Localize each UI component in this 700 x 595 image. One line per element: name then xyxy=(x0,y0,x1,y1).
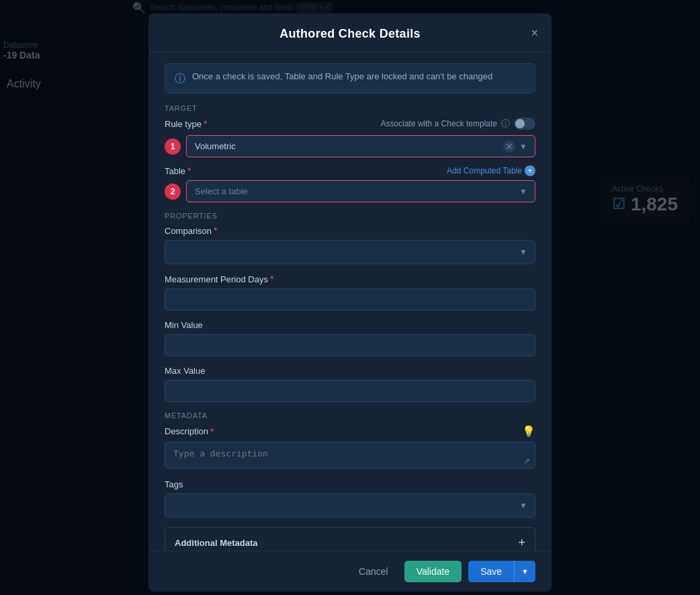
table-required: * xyxy=(187,165,191,176)
comparison-required: * xyxy=(214,225,217,236)
modal-backdrop: Authored Check Details × ⓘ Once a check … xyxy=(0,0,700,595)
toggle-knob xyxy=(515,119,525,128)
add-computed-table-action[interactable]: Add Computed Table + xyxy=(447,165,535,176)
min-value-row: Min Value xyxy=(165,320,535,356)
save-button[interactable]: Save xyxy=(468,561,514,582)
rule-type-select[interactable]: Volumetric xyxy=(186,135,535,157)
cancel-button[interactable]: Cancel xyxy=(349,561,398,582)
table-label: Table * xyxy=(165,165,191,176)
description-row-header: Description * 💡 xyxy=(165,425,535,438)
rule-type-required: * xyxy=(204,118,207,129)
comparison-label: Comparison * xyxy=(165,225,535,236)
comparison-select-wrapper: ▼ xyxy=(165,240,535,264)
additional-metadata-header: Additional Metadata + xyxy=(175,536,525,550)
close-button[interactable]: × xyxy=(528,24,541,42)
tags-select[interactable] xyxy=(165,493,535,518)
validate-button[interactable]: Validate xyxy=(404,561,462,582)
rule-type-label: Rule type * xyxy=(165,118,207,129)
measurement-period-input[interactable] xyxy=(165,288,535,311)
rule-type-select-wrapper: Volumetric ✕ ▼ xyxy=(186,135,535,157)
table-row-header: Table * Add Computed Table + xyxy=(165,165,535,176)
tags-row: Tags ▼ xyxy=(165,479,535,518)
save-dropdown-button[interactable]: ▼ xyxy=(514,561,535,582)
measurement-period-row: Measurement Period Days * xyxy=(165,274,535,311)
additional-metadata-add-button[interactable]: + xyxy=(518,536,525,550)
comparison-select[interactable] xyxy=(165,240,535,264)
max-value-input[interactable] xyxy=(165,380,535,402)
step-1-badge: 1 xyxy=(165,138,181,155)
modal-footer: Cancel Validate Save ▼ xyxy=(148,551,552,592)
additional-metadata-section: Additional Metadata + Enhance the check … xyxy=(165,527,535,551)
max-value-label: Max Value xyxy=(165,366,535,376)
description-label: Description * xyxy=(165,426,214,437)
table-select[interactable]: Select a table xyxy=(186,180,535,202)
target-section: Target Rule type * Associate with a Chec… xyxy=(165,104,535,202)
additional-metadata-title: Additional Metadata xyxy=(175,538,258,548)
authored-check-modal: Authored Check Details × ⓘ Once a check … xyxy=(148,13,552,592)
rule-type-row: Rule type * Associate with a Check templ… xyxy=(165,118,535,130)
table-placeholder: Select a table xyxy=(195,186,248,196)
description-textarea[interactable] xyxy=(165,442,535,469)
description-bulb-icon: 💡 xyxy=(522,425,535,438)
info-banner: ⓘ Once a check is saved, Table and Rule … xyxy=(165,63,535,93)
description-textarea-wrapper: ↗ xyxy=(165,442,535,471)
metadata-section: Metadata Description * 💡 ↗ Tags xyxy=(165,411,535,551)
target-section-label: Target xyxy=(165,104,535,112)
table-select-wrapper: Select a table ▼ xyxy=(186,180,535,202)
metadata-section-label: Metadata xyxy=(165,411,535,420)
tags-select-wrapper: ▼ xyxy=(165,493,535,518)
properties-section: Properties Comparison * ▼ Measurement xyxy=(165,212,535,402)
associate-label: Associate with a Check template xyxy=(381,119,497,128)
step-2-badge: 2 xyxy=(165,184,181,200)
save-button-group: Save ▼ xyxy=(468,561,535,582)
modal-header: Authored Check Details × xyxy=(148,13,552,52)
max-value-row: Max Value xyxy=(165,366,535,402)
min-value-input[interactable] xyxy=(165,334,535,356)
info-icon: ⓘ xyxy=(175,71,185,86)
rule-type-clear-button[interactable]: ✕ xyxy=(503,141,515,153)
measurement-period-required: * xyxy=(270,274,273,284)
modal-title: Authored Check Details xyxy=(279,27,421,40)
info-banner-text: Once a check is saved, Table and Rule Ty… xyxy=(192,71,492,83)
expand-textarea-icon[interactable]: ↗ xyxy=(523,457,530,466)
description-required: * xyxy=(210,426,214,437)
modal-body: ⓘ Once a check is saved, Table and Rule … xyxy=(148,52,552,551)
associate-info-icon[interactable]: ⓘ xyxy=(501,118,510,130)
tags-label: Tags xyxy=(165,479,535,489)
properties-section-label: Properties xyxy=(165,212,535,220)
associate-toggle[interactable] xyxy=(514,118,535,130)
comparison-row: Comparison * ▼ xyxy=(165,225,535,264)
add-computed-table-label: Add Computed Table xyxy=(447,166,522,175)
measurement-period-label: Measurement Period Days * xyxy=(165,274,535,284)
min-value-label: Min Value xyxy=(165,320,535,330)
add-computed-table-plus-icon: + xyxy=(525,165,535,176)
associate-check: Associate with a Check template ⓘ xyxy=(381,118,535,130)
